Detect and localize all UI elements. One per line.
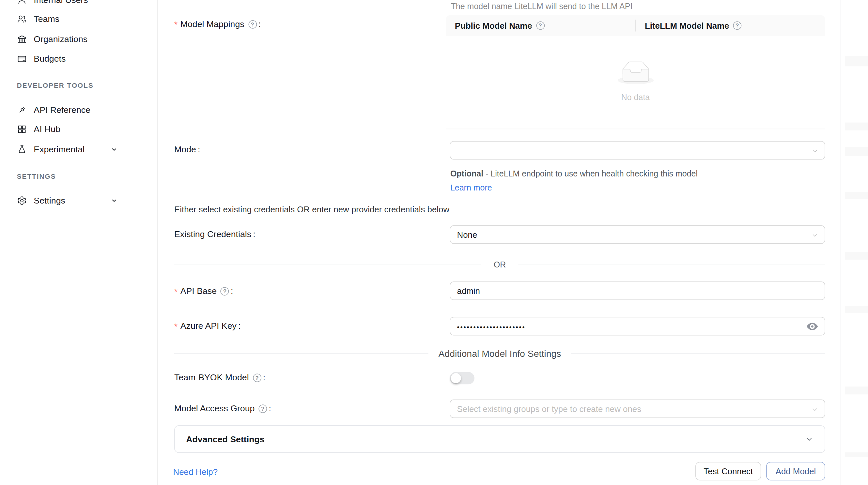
mode-helper-text: Optional - LiteLLM endpoint to use when … <box>450 167 717 195</box>
question-circle-icon[interactable]: ? <box>248 20 257 28</box>
required-asterisk: * <box>174 19 178 29</box>
advanced-settings-title: Advanced Settings <box>186 434 264 444</box>
or-divider: OR <box>174 260 825 269</box>
credentials-note: Either select existing credentials OR en… <box>174 204 450 214</box>
column-divider <box>636 20 636 31</box>
sidebar-item-label: API Reference <box>34 105 90 115</box>
no-data-text: No data <box>621 93 650 102</box>
panel-right-edge <box>840 0 868 485</box>
learn-more-link[interactable]: Learn more <box>450 183 492 192</box>
azure-api-key-input[interactable]: ••••••••••••••••••••• <box>450 317 825 335</box>
azure-api-key-label: * Azure API Key : <box>174 321 241 331</box>
question-circle-icon[interactable]: ? <box>221 287 229 295</box>
model-access-group-label: Model Access Group ? : <box>174 403 271 414</box>
divider-title: Additional Model Info Settings <box>438 348 561 359</box>
select-placeholder: Select existing groups or type to create… <box>457 404 642 414</box>
sidebar-item-teams[interactable]: Teams <box>0 9 157 29</box>
table-bottom-border <box>446 129 825 129</box>
chevron-down-icon <box>811 405 818 412</box>
gear-icon <box>17 195 27 205</box>
sidebar-item-organizations[interactable]: Organizations <box>0 29 157 49</box>
sidebar-item-settings[interactable]: Settings <box>0 190 157 211</box>
sidebar-item-api-reference[interactable]: API Reference <box>0 100 157 120</box>
team-icon <box>17 14 27 24</box>
sidebar-item-label: Teams <box>34 14 59 24</box>
sidebar-item-label: Experimental <box>34 144 85 154</box>
chevron-down-icon <box>811 231 818 238</box>
sidebar-item-ai-hub[interactable]: AI Hub <box>0 119 157 139</box>
chevron-down-icon <box>805 435 813 443</box>
mode-label: Mode : <box>174 144 200 155</box>
sidebar-item-label: Organizations <box>34 34 88 44</box>
user-icon <box>17 0 27 5</box>
existing-credentials-select[interactable]: None <box>450 225 825 244</box>
need-help-link[interactable]: Need Help? <box>173 467 218 477</box>
bank-icon <box>17 34 27 44</box>
flask-icon <box>17 144 27 154</box>
question-circle-icon[interactable]: ? <box>536 21 545 30</box>
question-circle-icon[interactable]: ? <box>733 21 741 30</box>
table-header-row: Public Model Name ? LiteLLM Model Name ? <box>446 15 825 36</box>
add-model-page: Internal Users Teams Organizations Budge… <box>0 0 868 485</box>
sidebar-section-settings: SETTINGS <box>17 172 56 181</box>
chevron-down-icon <box>110 196 118 204</box>
sidebar-item-experimental[interactable]: Experimental <box>0 139 157 159</box>
existing-credentials-label: Existing Credentials : <box>174 229 255 239</box>
team-byok-toggle[interactable] <box>450 372 474 384</box>
model-mappings-label: * Model Mappings ? : <box>174 19 261 29</box>
litellm-model-name-helper: The model name LiteLLM will send to the … <box>451 2 633 11</box>
masked-password-value: ••••••••••••••••••••• <box>457 323 526 331</box>
team-byok-label: Team-BYOK Model ? : <box>174 373 265 383</box>
question-circle-icon[interactable]: ? <box>258 404 267 413</box>
required-asterisk: * <box>174 321 178 331</box>
api-base-label: * API Base ? : <box>174 286 233 296</box>
empty-inbox-icon <box>617 61 653 85</box>
sidebar-item-label: AI Hub <box>34 124 60 134</box>
sidebar-section-developer-tools: DEVELOPER TOOLS <box>17 82 94 89</box>
column-header-litellm-model-name: LiteLLM Model Name ? <box>636 21 825 30</box>
test-connect-button[interactable]: Test Connect <box>695 462 761 480</box>
toggle-knob <box>451 373 461 383</box>
mode-select[interactable] <box>450 141 825 160</box>
chevron-down-icon <box>110 145 118 153</box>
additional-model-info-divider: Additional Model Info Settings <box>174 347 825 360</box>
advanced-settings-panel[interactable]: Advanced Settings <box>174 425 825 453</box>
model-access-group-select[interactable]: Select existing groups or type to create… <box>450 399 825 418</box>
sidebar-item-budgets[interactable]: Budgets <box>0 48 157 69</box>
sidebar-item-label: Budgets <box>34 54 66 64</box>
sidebar-item-label: Internal Users <box>34 0 88 5</box>
model-mappings-table: Public Model Name ? LiteLLM Model Name ? <box>446 15 825 36</box>
required-asterisk: * <box>174 286 178 296</box>
api-plug-icon <box>17 105 27 115</box>
appstore-grid-icon <box>17 124 27 134</box>
or-divider-text: OR <box>494 260 506 269</box>
add-model-button[interactable]: Add Model <box>766 462 825 480</box>
sidebar-item-label: Settings <box>34 195 65 205</box>
credit-card-icon <box>17 54 27 64</box>
chevron-down-icon <box>811 147 818 154</box>
sidebar: Internal Users Teams Organizations Budge… <box>0 0 158 485</box>
eye-icon[interactable] <box>806 320 818 332</box>
column-header-public-model-name: Public Model Name ? <box>446 21 636 30</box>
table-empty-state: No data <box>446 61 825 102</box>
question-circle-icon[interactable]: ? <box>253 374 261 382</box>
api-base-input[interactable]: admin <box>450 282 825 300</box>
